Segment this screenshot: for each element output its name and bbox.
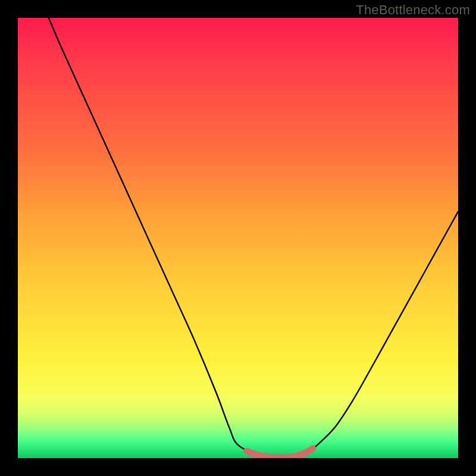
- chart-frame: TheBottleneck.com: [0, 0, 476, 476]
- bottom-marker-dot: [258, 453, 262, 458]
- plot-area: [18, 18, 458, 458]
- chart-layer: [49, 18, 458, 458]
- bottom-marker-dot: [298, 453, 302, 458]
- chart-svg: [18, 18, 458, 458]
- watermark-text: TheBottleneck.com: [356, 2, 470, 18]
- main-curve: [49, 18, 458, 458]
- bottom-marker-dot: [250, 451, 256, 457]
- bottom-marker-dot: [245, 449, 249, 453]
- bottom-marker-dot: [303, 449, 309, 455]
- bottom-marker-dot: [311, 446, 315, 451]
